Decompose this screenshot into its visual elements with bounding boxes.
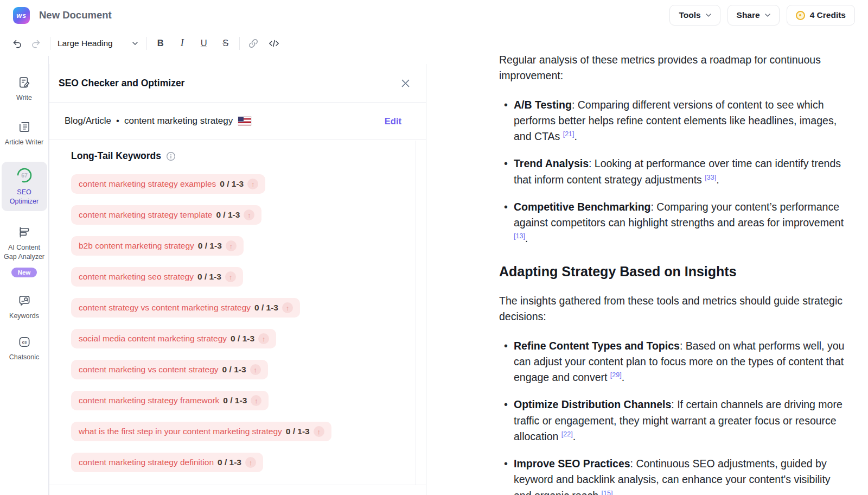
citation-link[interactable]: [13] bbox=[514, 232, 525, 240]
bullet-period: . bbox=[573, 430, 576, 442]
keyword-text: content marketing vs content strategy bbox=[79, 365, 219, 375]
bullet-list: Refine Content Types and Topics: Based o… bbox=[499, 338, 851, 495]
citation-link[interactable]: [33] bbox=[705, 173, 716, 181]
list-item: Trend Analysis: Looking at performance o… bbox=[499, 156, 851, 188]
code-icon bbox=[268, 37, 280, 49]
keyword-pill[interactable]: content marketing strategy framework 0 /… bbox=[71, 391, 269, 410]
underline-button[interactable]: U bbox=[197, 38, 211, 48]
info-icon[interactable] bbox=[166, 151, 176, 161]
keyword-text: content marketing strategy framework bbox=[79, 396, 219, 405]
tools-button[interactable]: Tools bbox=[669, 5, 720, 26]
keyword-count: 0 / 1-3 bbox=[216, 210, 240, 220]
bullet-lead: Refine Content Types and Topics bbox=[514, 340, 680, 352]
document-editor[interactable]: Regular analysis of these metrics provid… bbox=[426, 56, 868, 495]
chevron-down-icon bbox=[132, 42, 138, 45]
undo-icon bbox=[12, 38, 23, 49]
keyword-pill[interactable]: content marketing vs content strategy 0 … bbox=[71, 360, 268, 379]
bullet-period: . bbox=[612, 490, 615, 495]
sidebar-item-write[interactable]: Write bbox=[2, 75, 47, 103]
sidebar-item-label: AI Content Gap Analyzer bbox=[2, 243, 47, 261]
keyword-up-arrow-icon: ↑ bbox=[250, 364, 261, 375]
keyword-text: b2b content marketing strategy bbox=[79, 241, 194, 251]
seo-score-value: 67 bbox=[21, 172, 28, 179]
tools-button-label: Tools bbox=[679, 10, 700, 20]
long-tail-keywords-header: Long-Tail Keywords bbox=[71, 150, 416, 162]
new-badge: New bbox=[11, 268, 37, 277]
keyword-pill[interactable]: social media content marketing strategy … bbox=[71, 329, 276, 348]
heading-style-label: Large Heading bbox=[58, 39, 113, 48]
bullet-lead: Competitive Benchmarking bbox=[514, 201, 650, 213]
edit-link[interactable]: Edit bbox=[385, 116, 401, 126]
list-item: Competitive Benchmarking: Comparing your… bbox=[499, 199, 851, 247]
citation-link[interactable]: [22] bbox=[561, 430, 573, 437]
keyword-up-arrow-icon: ↑ bbox=[244, 210, 254, 220]
document-title[interactable]: New Document bbox=[39, 9, 112, 21]
strikethrough-button[interactable]: S bbox=[219, 38, 233, 48]
seo-panel-footer bbox=[49, 485, 426, 495]
gap-analyzer-icon bbox=[17, 225, 31, 239]
toolbar-divider bbox=[146, 37, 147, 50]
sidebar-item-article-writer[interactable]: Article Writer bbox=[2, 120, 47, 147]
citation-link[interactable]: [15] bbox=[602, 489, 613, 495]
keyword-count: 0 / 1-3 bbox=[218, 458, 241, 467]
dot-separator: • bbox=[116, 116, 119, 126]
sidebar-item-label: SEO Optimizer bbox=[3, 188, 46, 206]
list-item: Refine Content Types and Topics: Based o… bbox=[499, 338, 851, 386]
sidebar-item-label: Keywords bbox=[9, 312, 39, 321]
share-button[interactable]: Share bbox=[727, 5, 780, 26]
keyword-up-arrow-icon: ↑ bbox=[225, 271, 236, 282]
document-content: Regular analysis of these metrics provid… bbox=[499, 56, 851, 495]
keyword-pill[interactable]: b2b content marketing strategy 0 / 1-3 ↑ bbox=[71, 236, 244, 256]
seo-score-ring-icon: 67 bbox=[16, 167, 33, 184]
keyword-pill[interactable]: content strategy vs content marketing st… bbox=[71, 298, 300, 318]
undo-button[interactable] bbox=[12, 38, 23, 49]
writesonic-logo[interactable]: ws bbox=[13, 7, 30, 24]
citation-link[interactable]: [21] bbox=[563, 130, 575, 138]
sidebar-item-keywords[interactable]: Keywords bbox=[2, 294, 47, 321]
keyword-count: 0 / 1-3 bbox=[231, 334, 254, 344]
keyword-pill[interactable]: content marketing seo strategy 0 / 1-3 ↑ bbox=[71, 267, 243, 287]
keyword-pill[interactable]: content marketing strategy template 0 / … bbox=[71, 205, 261, 225]
heading-style-select[interactable]: Large Heading bbox=[58, 39, 138, 48]
credits-label: 4 Credits bbox=[810, 10, 846, 20]
us-flag-icon bbox=[238, 117, 251, 125]
close-panel-button[interactable] bbox=[400, 78, 411, 88]
bullet-lead: Trend Analysis bbox=[514, 157, 589, 169]
coin-icon bbox=[796, 11, 805, 20]
chatsonic-icon: cs bbox=[17, 335, 31, 349]
sidebar-item-ai-content-gap-analyzer[interactable]: AI Content Gap Analyzer New bbox=[2, 225, 47, 277]
sidebar-item-chatsonic[interactable]: cs Chatsonic bbox=[2, 335, 47, 362]
long-tail-keywords-title: Long-Tail Keywords bbox=[71, 150, 161, 162]
sidebar-item-label: Chatsonic bbox=[9, 353, 40, 362]
list-item: Optimize Distribution Channels: If certa… bbox=[499, 397, 851, 445]
bullet-list: A/B Testing: Comparing different version… bbox=[499, 97, 851, 247]
sidebar-item-seo-optimizer[interactable]: 67 SEO Optimizer bbox=[2, 162, 47, 211]
keyword-count: 0 / 1-3 bbox=[197, 272, 221, 282]
keyword-count: 0 / 1-3 bbox=[286, 427, 310, 436]
keyword-up-arrow-icon: ↑ bbox=[245, 457, 256, 468]
toolbar-divider bbox=[50, 37, 50, 50]
link-button[interactable] bbox=[247, 37, 259, 49]
keyword-pill[interactable]: content marketing strategy definition 0 … bbox=[71, 453, 263, 472]
keyword-text: content marketing seo strategy bbox=[79, 272, 194, 282]
keyword-count: 0 / 1-3 bbox=[223, 396, 247, 405]
code-button[interactable] bbox=[268, 37, 280, 49]
keyword-pill[interactable]: what is the first step in your content m… bbox=[71, 422, 331, 441]
bullet-lead: A/B Testing bbox=[514, 99, 572, 111]
section-heading: Adapting Strategy Based on Insights bbox=[499, 262, 851, 282]
keyword-pill[interactable]: content marketing strategy examples 0 / … bbox=[71, 174, 265, 194]
citation-link[interactable]: [29] bbox=[610, 371, 622, 379]
italic-button[interactable]: I bbox=[175, 37, 189, 49]
list-item: A/B Testing: Comparing different version… bbox=[499, 97, 851, 145]
keyword-text: content marketing strategy definition bbox=[79, 458, 214, 467]
seo-panel-subheader: Blog/Article • content marketing strateg… bbox=[49, 103, 426, 140]
target-keyword-label: content marketing strategy bbox=[124, 116, 233, 126]
bold-button[interactable]: B bbox=[154, 38, 168, 48]
redo-button[interactable] bbox=[30, 38, 41, 49]
credits-button[interactable]: 4 Credits bbox=[787, 5, 855, 26]
keyword-text: content marketing strategy examples bbox=[79, 179, 216, 189]
bullet-period: . bbox=[575, 130, 577, 142]
write-icon bbox=[17, 75, 31, 90]
bullet-period: . bbox=[716, 174, 719, 186]
topbar-actions: Tools Share 4 Credits bbox=[669, 5, 855, 26]
